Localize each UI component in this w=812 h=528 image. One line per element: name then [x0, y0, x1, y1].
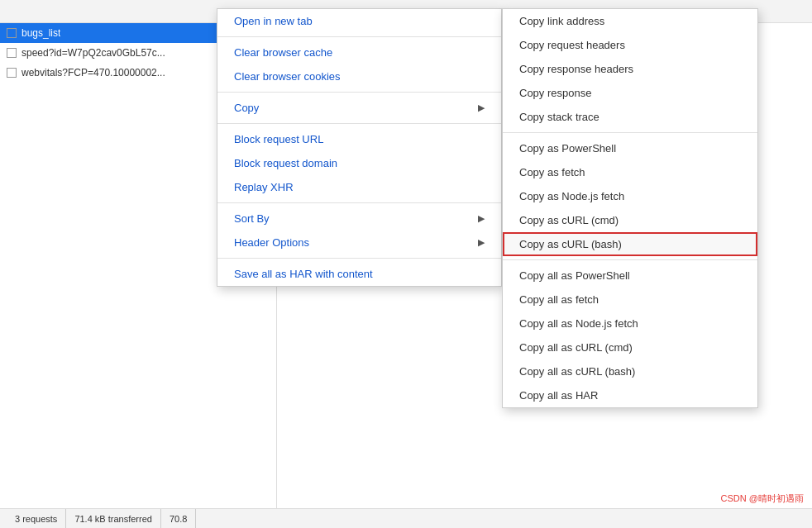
submenu-arrow-icon: ▶: [478, 237, 485, 248]
menu-item-open-new-tab[interactable]: Open in new tab: [217, 9, 501, 33]
menu-item-copy-curl-cmd[interactable]: Copy as cURL (cmd): [503, 208, 757, 232]
menu-item-copy-all-curl-cmd[interactable]: Copy all as cURL (cmd): [503, 335, 757, 359]
menu-separator: [503, 132, 757, 133]
menu-item-copy-stack[interactable]: Copy stack trace: [503, 105, 757, 129]
menu-separator: [217, 202, 501, 203]
status-bar: 3 requests71.4 kB transferred70.8: [0, 508, 812, 528]
menu-item-clear-cookies[interactable]: Clear browser cookies: [217, 64, 501, 88]
menu-item-label: Copy stack trace: [519, 111, 599, 123]
network-item-label: speed?id=W7pQ2cav0GbL57c...: [21, 47, 165, 59]
menu-item-block-domain[interactable]: Block request domain: [217, 151, 501, 175]
menu-item-copy-all-nodejs[interactable]: Copy all as Node.js fetch: [503, 312, 757, 335]
status-bar-item: 71.4 kB transferred: [66, 509, 161, 528]
menu-item-label: Copy link address: [519, 15, 604, 27]
menu-item-label: Copy all as cURL (bash): [519, 365, 635, 378]
menu-separator: [217, 92, 501, 93]
watermark: CSDN @晴时初遇雨: [721, 492, 804, 505]
menu-item-label: Copy: [234, 102, 259, 114]
submenu-arrow-icon: ▶: [478, 213, 485, 224]
menu-separator: [217, 123, 501, 124]
menu-item-copy-response[interactable]: Copy response: [503, 81, 757, 105]
secondary-context-menu: Copy link addressCopy request headersCop…: [502, 8, 758, 408]
menu-item-copy-all-fetch[interactable]: Copy all as fetch: [503, 288, 757, 312]
menu-item-label: Copy all as fetch: [519, 293, 599, 306]
menu-item-copy-fetch[interactable]: Copy as fetch: [503, 160, 757, 184]
menu-item-copy-all-har[interactable]: Copy all as HAR: [503, 383, 757, 407]
menu-item-copy[interactable]: Copy▶: [217, 96, 501, 120]
menu-item-label: Clear browser cache: [234, 46, 332, 59]
menu-item-copy-req-headers[interactable]: Copy request headers: [503, 33, 757, 57]
menu-item-copy-link[interactable]: Copy link address: [503, 9, 757, 33]
checkbox-icon: [7, 68, 17, 78]
menu-item-header-options[interactable]: Header Options▶: [217, 231, 501, 254]
menu-item-label: Sort By: [234, 212, 270, 225]
status-bar-item: 3 requests: [7, 509, 66, 528]
network-item-label: bugs_list: [21, 27, 60, 39]
menu-item-label: Block request URL: [234, 133, 323, 145]
menu-item-label: Copy as cURL (bash): [519, 238, 622, 250]
menu-item-copy-all-powershell[interactable]: Copy all as PowerShell: [503, 264, 757, 288]
menu-item-label: Replay XHR: [234, 181, 294, 193]
menu-item-label: Save all as HAR with content: [234, 268, 373, 280]
menu-item-label: Copy as cURL (cmd): [519, 214, 619, 226]
menu-item-label: Copy as Node.js fetch: [519, 190, 624, 202]
menu-item-label: Copy as fetch: [519, 166, 585, 178]
menu-item-sort-by[interactable]: Sort By▶: [217, 207, 501, 231]
status-bar-item: 70.8: [161, 509, 196, 528]
submenu-arrow-icon: ▶: [478, 102, 485, 113]
network-item-label: webvitals?FCP=470.10000002...: [21, 67, 165, 78]
checkbox-icon: [7, 48, 17, 58]
menu-separator: [503, 259, 757, 260]
menu-item-copy-all-curl-bash[interactable]: Copy all as cURL (bash): [503, 359, 757, 383]
menu-item-save-har[interactable]: Save all as HAR with content: [217, 262, 501, 286]
menu-separator: [217, 36, 501, 37]
menu-item-label: Block request domain: [234, 157, 337, 169]
menu-item-label: Copy all as PowerShell: [519, 269, 630, 282]
menu-item-label: Copy response: [519, 87, 591, 99]
menu-item-label: Open in new tab: [234, 15, 313, 27]
checkbox-icon: [7, 28, 17, 38]
primary-context-menu: Open in new tabClear browser cacheClear …: [217, 8, 502, 287]
menu-item-copy-nodejs-fetch[interactable]: Copy as Node.js fetch: [503, 184, 757, 208]
menu-item-copy-powershell[interactable]: Copy as PowerShell: [503, 136, 757, 160]
menu-item-clear-cache[interactable]: Clear browser cache: [217, 40, 501, 64]
menu-item-label: Clear browser cookies: [234, 70, 341, 83]
menu-item-label: Copy as PowerShell: [519, 142, 616, 155]
menu-item-label: Copy response headers: [519, 63, 633, 75]
menu-item-label: Copy request headers: [519, 39, 625, 51]
menu-item-label: Header Options: [234, 236, 309, 249]
menu-item-replay-xhr[interactable]: Replay XHR: [217, 175, 501, 199]
menu-item-copy-resp-headers[interactable]: Copy response headers: [503, 57, 757, 81]
menu-item-label: Copy all as HAR: [519, 389, 598, 402]
menu-item-label: Copy all as cURL (cmd): [519, 341, 633, 354]
menu-separator: [217, 258, 501, 259]
menu-item-block-url[interactable]: Block request URL: [217, 127, 501, 151]
menu-item-copy-curl-bash[interactable]: Copy as cURL (bash): [503, 232, 757, 256]
menu-item-label: Copy all as Node.js fetch: [519, 317, 638, 330]
